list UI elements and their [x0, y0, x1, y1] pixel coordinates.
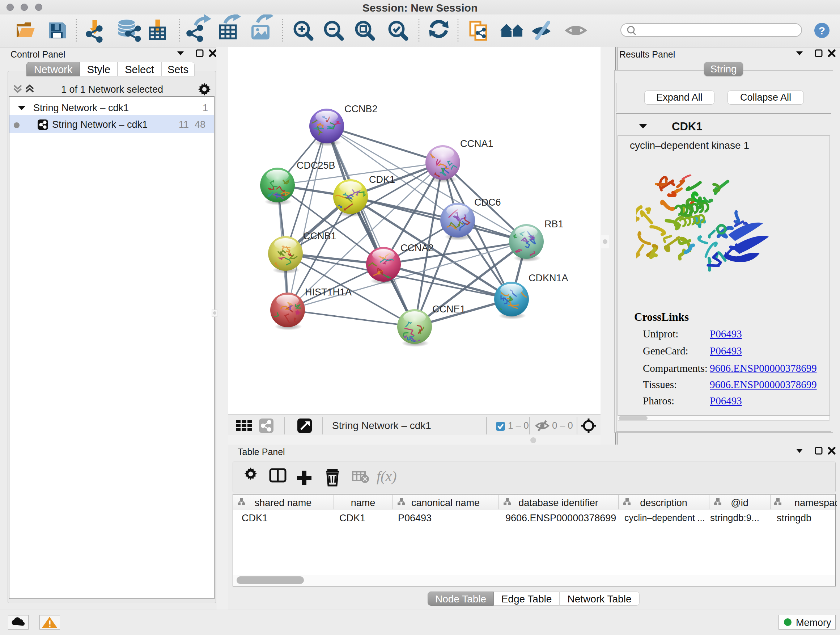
svg-text:CDC6: CDC6 — [474, 197, 501, 208]
svg-text:1 – 0: 1 – 0 — [508, 420, 529, 431]
svg-text:CCNB1: CCNB1 — [303, 231, 336, 241]
svg-text:0 – 0: 0 – 0 — [552, 420, 573, 431]
svg-text:CCNA2: CCNA2 — [401, 242, 434, 253]
svg-text:HIST1H1A: HIST1H1A — [305, 287, 352, 298]
svg-text:CCNB2: CCNB2 — [344, 103, 378, 114]
svg-text:RB1: RB1 — [545, 219, 564, 230]
svg-text:?: ? — [819, 25, 825, 36]
svg-text:CCNE1: CCNE1 — [432, 304, 466, 315]
svg-text:f(x): f(x) — [377, 468, 397, 485]
svg-text:CDKN1A: CDKN1A — [529, 272, 568, 283]
svg-text:CDK1: CDK1 — [369, 174, 395, 185]
svg-text:CCNA1: CCNA1 — [460, 138, 493, 149]
svg-text:CDC25B: CDC25B — [297, 160, 335, 171]
svg-text:String Network – cdk1: String Network – cdk1 — [332, 420, 431, 431]
